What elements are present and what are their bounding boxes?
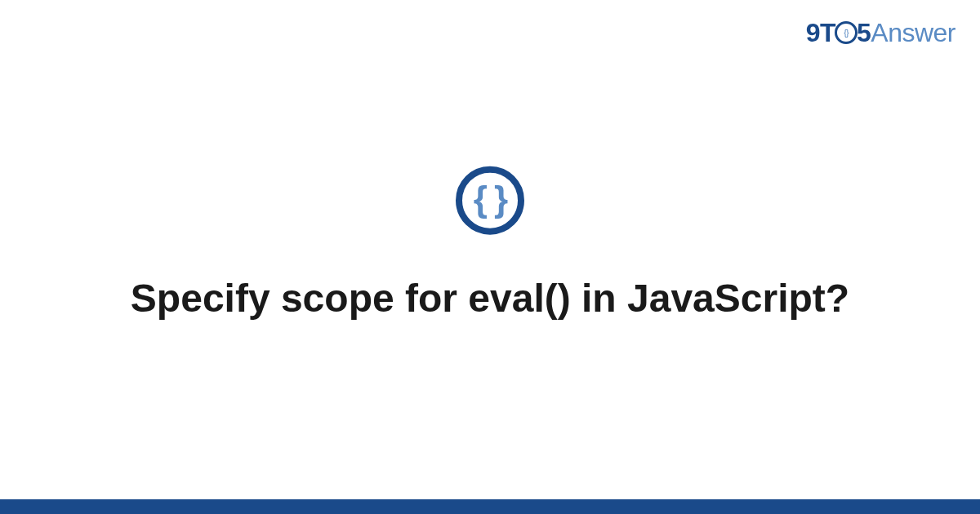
category-icon: { }: [456, 166, 524, 235]
site-logo: 9T{}5Answer: [806, 18, 956, 48]
code-braces-icon: { }: [474, 179, 506, 219]
logo-circle-inner: {}: [844, 28, 848, 38]
logo-text-answer: Answer: [871, 18, 956, 47]
question-title: Specify scope for eval() in JavaScript?: [122, 274, 858, 323]
main-content: { } Specify scope for eval() in JavaScri…: [0, 166, 980, 323]
footer-accent-bar: [0, 499, 980, 514]
logo-circle-icon: {}: [835, 21, 858, 44]
logo-text-9t: 9T: [806, 18, 835, 47]
logo-text-5: 5: [857, 18, 871, 47]
